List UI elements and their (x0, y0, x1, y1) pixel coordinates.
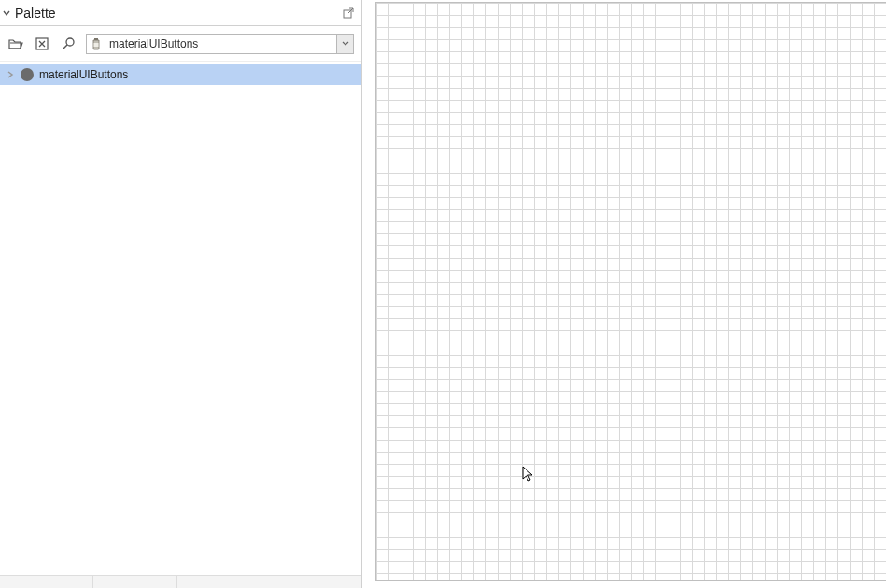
status-bar (0, 575, 361, 588)
design-canvas[interactable] (375, 2, 886, 581)
search-button[interactable] (60, 35, 77, 52)
folder-open-icon (8, 37, 23, 50)
popout-button[interactable] (341, 6, 356, 21)
expand-button[interactable] (6, 71, 15, 78)
component-type-icon (87, 37, 105, 50)
palette-panel: Palette (0, 0, 362, 588)
jar-icon (91, 37, 101, 50)
clear-filter-button[interactable] (34, 35, 50, 52)
palette-toolbar (0, 26, 361, 62)
status-segment (0, 576, 93, 588)
search-icon (62, 36, 76, 50)
cursor-icon (522, 466, 535, 483)
collapse-panel-button[interactable] (2, 9, 11, 17)
chevron-down-icon (3, 9, 10, 17)
svg-rect-4 (94, 43, 99, 47)
svg-point-2 (66, 38, 74, 46)
svg-rect-3 (94, 38, 98, 40)
x-box-icon (35, 37, 49, 50)
canvas-wrap (362, 0, 886, 588)
filter-input[interactable] (105, 37, 336, 50)
tree-item-materialuibuttons[interactable]: materialUIButtons (0, 64, 361, 85)
filter-combobox[interactable] (86, 34, 354, 54)
panel-title: Palette (11, 6, 56, 21)
component-icon (21, 68, 34, 81)
tree-item-label: materialUIButtons (39, 68, 128, 81)
panel-header: Palette (0, 0, 361, 26)
component-tree[interactable]: materialUIButtons (0, 62, 361, 575)
app-root: Palette (0, 0, 886, 588)
chevron-down-icon (342, 41, 349, 47)
filter-dropdown-button[interactable] (336, 35, 353, 53)
popout-icon (342, 7, 355, 20)
open-folder-button[interactable] (7, 35, 24, 52)
status-segment (93, 576, 177, 588)
chevron-right-icon (7, 71, 14, 78)
